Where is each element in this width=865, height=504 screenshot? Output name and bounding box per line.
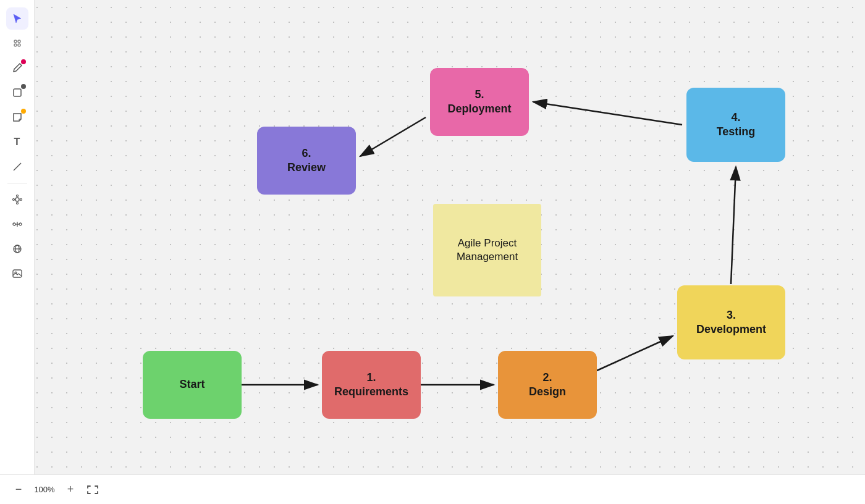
pen-tool[interactable] <box>6 57 28 79</box>
fit-screen-button[interactable] <box>84 481 101 498</box>
sticky-tool[interactable] <box>6 106 28 128</box>
svg-point-6 <box>15 198 19 201</box>
shape-tool[interactable] <box>6 82 28 104</box>
node-deploy-label: 5.Deployment <box>447 88 511 117</box>
bottom-bar: − 100% + <box>0 474 865 504</box>
node-start[interactable]: Start <box>143 351 242 419</box>
globe-tool[interactable] <box>6 238 28 260</box>
node-review[interactable]: 6.Review <box>257 127 356 195</box>
pen-dot <box>21 59 26 64</box>
component-tool[interactable] <box>6 188 28 211</box>
node-req-label: 1.Requirements <box>334 371 408 400</box>
fit-icon <box>86 485 99 495</box>
svg-point-1 <box>18 40 20 43</box>
node-testing[interactable]: 4.Testing <box>686 88 785 162</box>
svg-point-12 <box>19 223 22 225</box>
shape-dot <box>21 84 26 89</box>
zoom-in-button[interactable]: + <box>62 481 79 498</box>
arrow-dev-testing <box>731 167 736 284</box>
select-tool[interactable] <box>6 7 28 30</box>
svg-rect-18 <box>13 270 22 277</box>
zoom-out-button[interactable]: − <box>10 481 27 498</box>
node-start-label: Start <box>179 377 205 392</box>
svg-point-10 <box>20 199 22 201</box>
node-development[interactable]: 3.Development <box>677 285 785 359</box>
svg-point-8 <box>16 203 18 204</box>
svg-line-5 <box>14 163 21 170</box>
hand-tool[interactable] <box>6 32 28 54</box>
node-review-label: 6.Review <box>287 146 326 175</box>
text-tool[interactable]: T <box>6 131 28 153</box>
sidebar-divider <box>7 183 27 183</box>
text-icon: T <box>14 136 20 148</box>
sticky-dot <box>21 109 26 114</box>
sidebar: T <box>0 0 35 504</box>
svg-point-9 <box>12 199 14 201</box>
svg-point-11 <box>13 223 15 225</box>
svg-point-7 <box>16 195 18 197</box>
zoom-out-icon: − <box>15 483 22 496</box>
zoom-level-label: 100% <box>32 485 57 494</box>
arrow-design-dev <box>597 336 673 371</box>
arrow-deploy-review <box>360 117 426 156</box>
zoom-in-icon: + <box>67 483 74 496</box>
node-agile[interactable]: Agile ProjectManagement <box>433 204 541 296</box>
node-agile-label: Agile ProjectManagement <box>457 237 518 264</box>
node-design-label: 2.Design <box>529 371 566 400</box>
node-dev-label: 3.Development <box>696 308 766 337</box>
canvas-area[interactable]: Start 1.Requirements 2.Design 3.Developm… <box>35 0 865 474</box>
node-requirements[interactable]: 1.Requirements <box>322 351 421 419</box>
image-tool[interactable] <box>6 262 28 285</box>
svg-point-2 <box>14 44 17 46</box>
svg-point-0 <box>14 40 17 43</box>
node-design[interactable]: 2.Design <box>498 351 597 419</box>
svg-rect-4 <box>14 89 21 96</box>
arrow-testing-deploy <box>533 102 682 125</box>
node-testing-label: 4.Testing <box>717 111 756 140</box>
svg-point-3 <box>18 44 20 46</box>
connect-tool[interactable] <box>6 213 28 235</box>
line-tool[interactable] <box>6 156 28 178</box>
node-deployment[interactable]: 5.Deployment <box>430 68 529 136</box>
